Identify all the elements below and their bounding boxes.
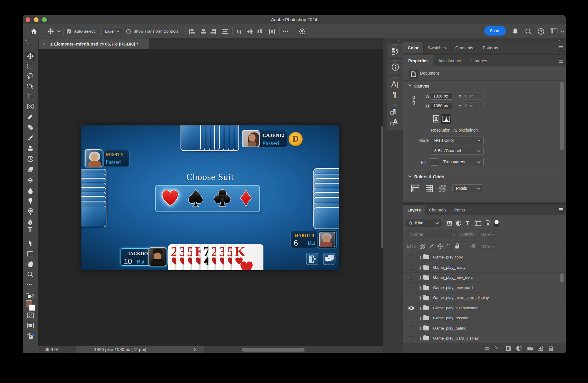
svg-text:?: ?: [540, 29, 542, 34]
